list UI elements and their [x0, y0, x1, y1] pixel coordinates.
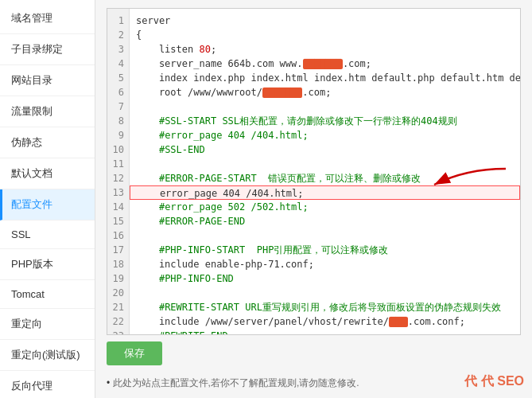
- bottom-area: 保存 • 此处为站点主配置文件,若你不了解配置规则,请勿随意修改.: [107, 341, 521, 390]
- sidebar-item-configfile[interactable]: 配置文件: [0, 189, 95, 220]
- code-line-23: #REWRITE-END: [130, 329, 520, 334]
- line-numbers: 12345 678910 1112131415 1617181920 21222…: [107, 9, 130, 334]
- code-line-1: server: [130, 14, 520, 28]
- code-line-17: #PHP-INFO-START PHP引用配置，可以注释或修改: [130, 243, 520, 257]
- code-line-8: #SSL-START SSL相关配置，请勿删除或修改下一行带注释的404规则: [130, 114, 520, 128]
- code-line-6: root /www/wwwroot/███████.com;: [130, 85, 520, 100]
- sidebar-item-phpversion[interactable]: PHP版本: [0, 249, 95, 280]
- code-text-area[interactable]: server { listen 80; server_name 664b.com…: [130, 9, 520, 334]
- code-editor[interactable]: 12345 678910 1112131415 1617181920 21222…: [107, 8, 521, 335]
- sidebar: 域名管理 子目录绑定 网站目录 流量限制 伪静态 默认文档 配置文件 SSL P…: [0, 0, 95, 398]
- code-line-21: #REWRITE-START URL重写规则引用，修改后将导致面板设置的伪静态规…: [130, 300, 520, 314]
- code-line-4: server_name 664b.com www.███████.com;: [130, 57, 520, 71]
- code-line-13: error_page 404 /404.html;: [130, 185, 520, 200]
- code-line-9: #error_page 404 /404.html;: [130, 128, 520, 142]
- code-line-11: [130, 157, 520, 171]
- note-text: • 此处为站点主配置文件,若你不了解配置规则,请勿随意修改.: [107, 377, 521, 390]
- sidebar-item-ssl[interactable]: SSL: [0, 220, 95, 249]
- code-line-15: #ERROR-PAGE-END: [130, 214, 520, 228]
- sidebar-item-subdir[interactable]: 子目录绑定: [0, 34, 95, 65]
- code-line-5: index index.php index.html index.htm def…: [130, 71, 520, 85]
- sidebar-item-tomcat[interactable]: Tomcat: [0, 280, 95, 309]
- sidebar-item-domain[interactable]: 域名管理: [0, 3, 95, 34]
- code-line-16: [130, 228, 520, 243]
- code-line-19: #PHP-INFO-END: [130, 271, 520, 286]
- sidebar-item-defaultdoc[interactable]: 默认文档: [0, 158, 95, 189]
- code-line-12: #ERROR-PAGE-START 错误页配置，可以注释、删除或修改: [130, 171, 520, 185]
- code-line-10: #SSL-END: [130, 142, 520, 157]
- code-line-2: {: [130, 28, 520, 42]
- sidebar-item-traffic[interactable]: 流量限制: [0, 96, 95, 127]
- save-button[interactable]: 保存: [107, 341, 162, 365]
- sidebar-item-redirecttest[interactable]: 重定向(测试版): [0, 340, 95, 371]
- main-content: 12345 678910 1112131415 1617181920 21222…: [95, 0, 532, 398]
- code-line-22: include /www/server/panel/vhost/rewrite/…: [130, 314, 520, 329]
- sidebar-item-sitedir[interactable]: 网站目录: [0, 65, 95, 96]
- sidebar-item-redirect[interactable]: 重定向: [0, 309, 95, 340]
- code-line-20: [130, 286, 520, 300]
- code-line-7: [130, 100, 520, 114]
- code-line-14: #error_page 502 /502.html;: [130, 200, 520, 214]
- sidebar-item-reverseproxy[interactable]: 反向代理: [0, 371, 95, 398]
- sidebar-item-pseudostatic[interactable]: 伪静态: [0, 127, 95, 158]
- code-line-18: include enable-php-71.conf;: [130, 257, 520, 271]
- code-line-3: listen 80;: [130, 42, 520, 57]
